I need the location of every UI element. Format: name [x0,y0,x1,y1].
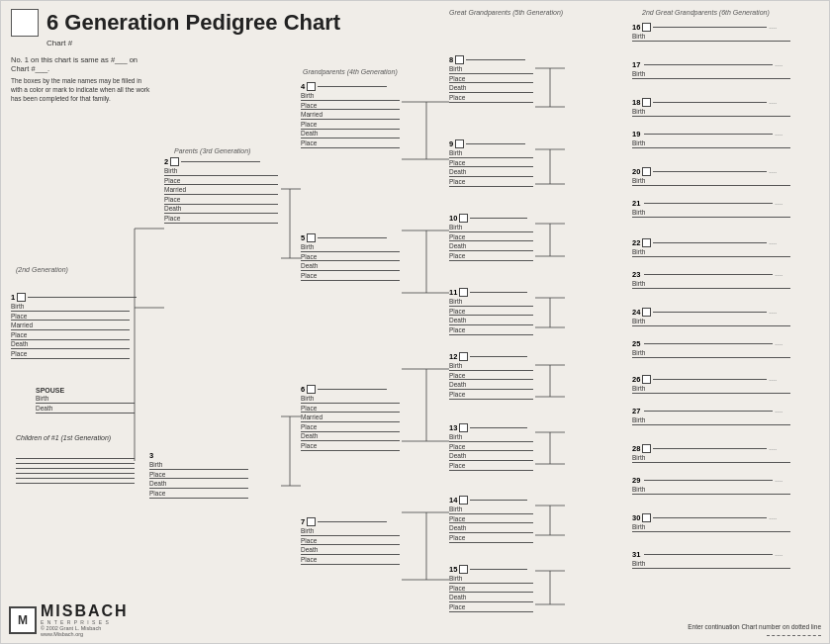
person-26-block: 26 ---- Birth [632,375,790,394]
logo-area: M MISBACH E N T E R P R I S E S © 2002 G… [9,603,129,637]
person-25-block: 25 ---- Birth [632,339,790,358]
logo-website: www.Misbach.org [41,631,129,637]
chart-num-label: Chart # [46,39,72,47]
person-7: 7 Birth Place Death Place [301,517,400,565]
p1-checkbox [17,293,26,302]
boxes-info: The boxes by the male names may be fille… [11,76,154,103]
gen-label-3rd: Parents (3rd Generation) [174,147,250,154]
person-16-block: 16 ---- Birth [632,23,790,42]
gen-label-4th: Grandparents (4th Generation) [303,68,398,75]
continuation-note: Enter continuation Chart number on dotte… [688,623,821,637]
person-17-block: 17 ---- Birth [632,60,790,79]
p4-checkbox [307,82,316,91]
p13-checkbox [459,423,468,432]
person-14: 14 Birth Place Death Place [449,496,533,543]
p7-checkbox [307,517,316,526]
children-lines [16,454,135,488]
person-22-block: 22 ---- Birth [632,238,790,257]
person-9: 9 Birth Place Death Place [449,139,533,187]
person-13: 13 Birth Place Death Place [449,423,533,471]
person-19-block: 19 ---- Birth [632,130,790,148]
person-12: 12 Birth Place Death Place [449,352,533,400]
info-block: No. 1 on this chart is same as #___ on C… [11,55,154,103]
p8-checkbox [455,55,464,64]
p6-checkbox [307,385,316,394]
gen-label-5th: Great Grandparents (5th Generation) [449,9,563,16]
person-4: 4 Birth Place Married Place Death Place [301,82,400,148]
person-11: 11 Birth Place Death Place [449,288,533,335]
person-5: 5 Birth Place Death Place [301,233,400,281]
person-24-block: 24 ---- Birth [632,308,790,326]
children-label: Children of #1 (1st Generation) [16,434,111,441]
person-20-block: 20 ---- Birth [632,167,790,186]
p5-checkbox [307,233,316,242]
person-29-block: 29 ---- Birth [632,476,790,495]
person-23-block: 23 ---- Birth [632,270,790,289]
logo-icon: M [9,606,37,634]
person-27-block: 27 ---- Birth [632,407,790,425]
person-21-block: 21 ---- Birth [632,199,790,218]
person-6: 6 Birth Place Married Place Death Place [301,385,400,451]
p15-checkbox [459,565,468,574]
p12-checkbox [459,352,468,361]
person-15: 15 Birth Place Death Place [449,565,533,612]
p9-checkbox [455,139,464,148]
person-1: 1 Birth Place Married Place Death Place [11,293,137,359]
chart-box [11,9,39,37]
same-as-text: No. 1 on this chart is same as #___ on C… [11,55,154,73]
chart-title: 6 Generation Pedigree Chart [46,10,340,36]
p10-checkbox [459,214,468,223]
p2-checkbox [170,157,179,166]
person-31-block: 31 ---- Birth [632,550,790,569]
person-3: 3 Birth Place Death Place [149,451,248,499]
person-10: 10 Birth Place Death Place [449,214,533,261]
person-18-block: 18 ---- Birth [632,98,790,117]
logo-brand: MISBACH [41,603,129,619]
gen-label-2nd: (2nd Generation) [16,266,68,273]
p11-checkbox [459,288,468,297]
pedigree-chart-page: 6 Generation Pedigree Chart Chart # No. … [0,0,830,644]
person-2: 2 Birth Place Married Place Death Place [164,157,278,224]
person-30-block: 30 ---- Birth [632,513,790,532]
spouse-block: SPOUSE Birth Death [36,387,135,414]
gen-label-6th: 2nd Great Grandparents (6th Generation) [642,9,770,16]
p14-checkbox [459,496,468,505]
person-8: 8 Birth Place Death Place [449,55,533,103]
person-28-block: 28 ---- Birth [632,444,790,463]
